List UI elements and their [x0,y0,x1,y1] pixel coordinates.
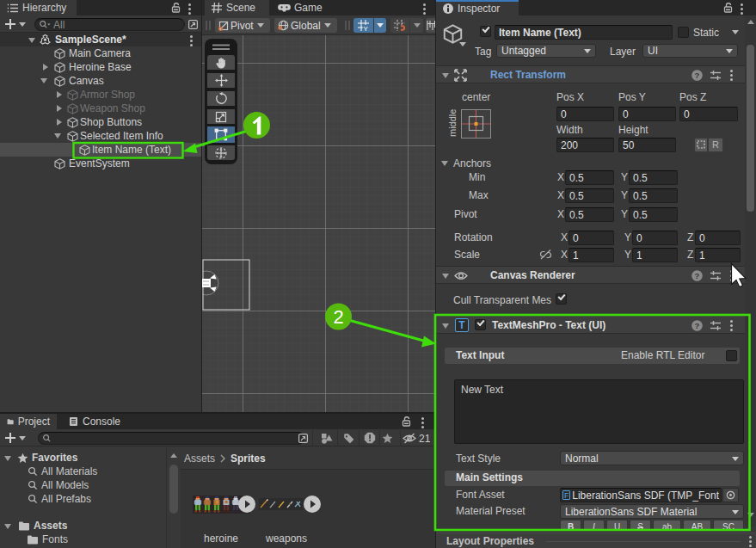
svg-text:?: ? [695,321,700,330]
svg-text:?: ? [695,271,700,280]
svg-text:?: ? [695,71,700,80]
svg-text:Y: Y [364,25,369,31]
